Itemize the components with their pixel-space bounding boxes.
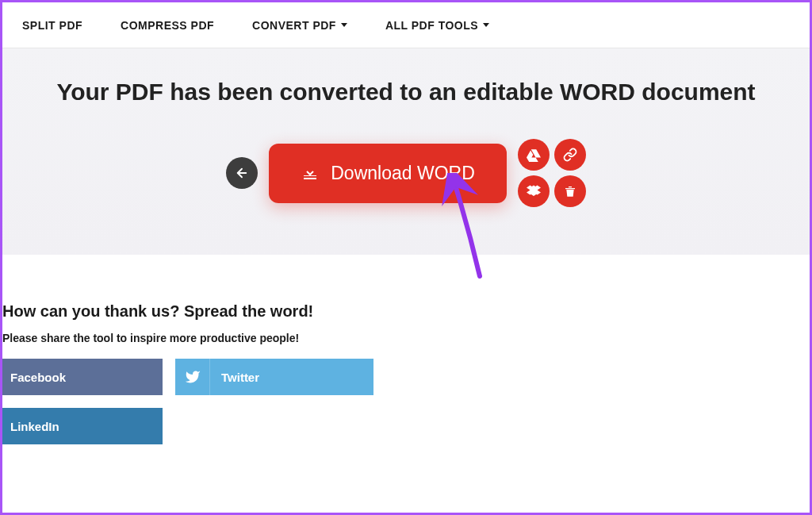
back-button[interactable] (226, 157, 258, 189)
dropbox-button[interactable] (518, 175, 550, 207)
dropbox-icon (527, 184, 541, 198)
nav-split-pdf[interactable]: SPLIT PDF (22, 19, 82, 32)
action-circle-grid (518, 139, 586, 207)
share-row-2: LinkedIn (0, 408, 810, 444)
nav-convert-label: CONVERT PDF (252, 19, 336, 32)
share-section: How can you thank us? Spread the word! P… (0, 255, 810, 444)
download-word-button[interactable]: Download WORD (269, 144, 507, 203)
facebook-share-button[interactable]: Facebook (0, 359, 163, 395)
nav-compress-label: COMPRESS PDF (121, 19, 214, 32)
chevron-down-icon (483, 23, 489, 27)
chevron-down-icon (341, 23, 347, 27)
copy-link-button[interactable] (554, 139, 586, 171)
twitter-icon (175, 359, 210, 395)
nav-convert-pdf[interactable]: CONVERT PDF (252, 19, 347, 32)
download-row: Download WORD (18, 139, 794, 207)
linkedin-label: LinkedIn (0, 420, 59, 433)
nav-split-label: SPLIT PDF (22, 19, 82, 32)
share-row-1: Facebook Twitter (0, 359, 810, 395)
download-word-label: Download WORD (331, 163, 475, 184)
top-nav: SPLIT PDF COMPRESS PDF CONVERT PDF ALL P… (2, 2, 810, 48)
arrow-left-icon (235, 166, 249, 180)
google-drive-button[interactable] (518, 139, 550, 171)
nav-compress-pdf[interactable]: COMPRESS PDF (121, 19, 214, 32)
hero-section: Your PDF has been converted to an editab… (2, 48, 810, 255)
twitter-label: Twitter (210, 371, 259, 384)
share-title: How can you thank us? Spread the word! (2, 302, 810, 321)
share-subtitle: Please share the tool to inspire more pr… (2, 332, 810, 344)
page-title: Your PDF has been converted to an editab… (18, 79, 794, 106)
download-icon (301, 163, 320, 183)
link-icon (563, 148, 577, 162)
facebook-label: Facebook (0, 371, 66, 384)
trash-icon (564, 185, 576, 198)
twitter-share-button[interactable]: Twitter (175, 359, 373, 395)
nav-all-tools[interactable]: ALL PDF TOOLS (385, 19, 489, 32)
nav-all-label: ALL PDF TOOLS (385, 19, 478, 32)
delete-button[interactable] (554, 175, 586, 207)
google-drive-icon (527, 148, 541, 162)
linkedin-share-button[interactable]: LinkedIn (0, 408, 163, 444)
